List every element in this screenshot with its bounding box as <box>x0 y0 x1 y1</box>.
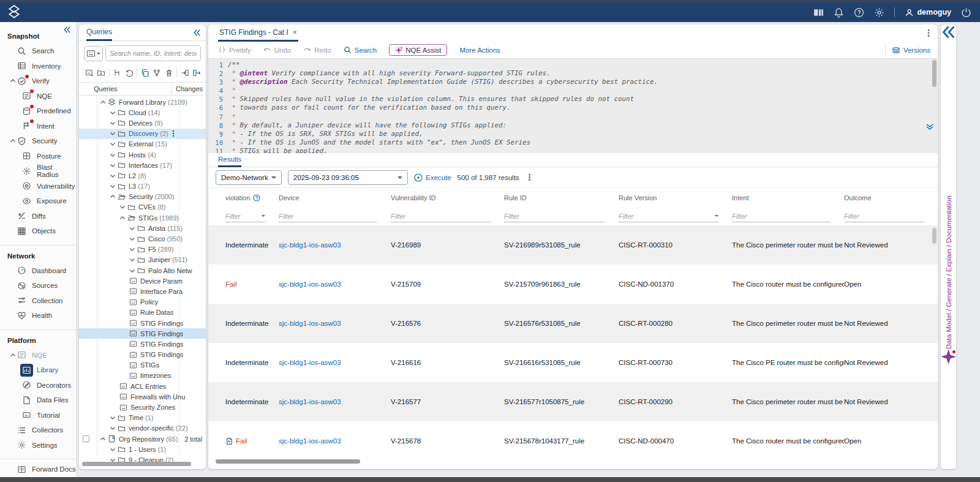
sidebar-item-predefined[interactable]: Predefined <box>0 104 76 119</box>
table-vertical-scrollbar[interactable] <box>932 228 937 244</box>
compare-button[interactable] <box>152 67 162 78</box>
caret-down-icon[interactable] <box>110 120 116 126</box>
sidebar-collapse-icon[interactable] <box>63 26 71 34</box>
sidebar-item-tutorial[interactable]: Tutorial <box>0 408 76 423</box>
sidebar-item-diffs[interactable]: Diffs <box>0 209 76 224</box>
tab-stig-findings-cat1[interactable]: STIG Findings - Cat I × <box>218 24 298 42</box>
data-model-rail-label[interactable]: Data Model / Generate / Explain / Docume… <box>945 40 952 349</box>
tree-item-forward-library[interactable]: Forward Library(2109) <box>79 97 206 107</box>
filter-input-violation[interactable]: Filter <box>225 210 265 222</box>
new-folder-button[interactable] <box>96 67 106 78</box>
sidebar-item-sources[interactable]: Sources <box>0 278 76 293</box>
duplicate-button[interactable] <box>140 67 150 78</box>
column-header-outcome[interactable]: Outcome <box>844 194 938 201</box>
redo-button[interactable]: Redo <box>303 46 331 54</box>
sidebar-item-security[interactable]: Security <box>0 134 76 149</box>
tree-item-vendor-specific[interactable]: vendor-specific(22) <box>79 423 206 434</box>
gear-icon[interactable] <box>874 7 884 18</box>
sidebar-item-nqe[interactable]: NQE <box>0 89 76 104</box>
snapshot-select[interactable]: 2025-09-23 09:36:05 <box>288 170 408 185</box>
sidebar-item-settings[interactable]: Settings <box>0 438 76 453</box>
column-header-violation[interactable]: violation <box>225 194 279 201</box>
tree-item-palo-alto-netw[interactable]: Palo Alto Netw <box>79 265 206 276</box>
sidebar-item-nqe[interactable]: NQE <box>0 348 76 363</box>
tree-item-cves[interactable]: CVEs(8) <box>79 202 206 213</box>
sidebar-item-blast-radius[interactable]: Blast Radius <box>0 164 76 179</box>
column-header-rule-id[interactable]: Rule ID <box>504 194 619 201</box>
chevron-down-icon[interactable] <box>715 215 718 219</box>
tree-item-policy[interactable]: Policy <box>79 297 206 307</box>
sidebar-item-collection[interactable]: Collection <box>0 293 76 309</box>
tree-item-cloud[interactable]: Cloud(14) <box>79 107 206 118</box>
tree-horizontal-scrollbar[interactable] <box>82 462 191 466</box>
tree-item-stig-findings[interactable]: STIG Findings <box>79 350 206 360</box>
sidebar-item-exposure[interactable]: Exposure <box>0 194 76 209</box>
tree-item-stig-findings[interactable]: STIG Findings <box>79 339 206 349</box>
caret-up-icon[interactable] <box>100 436 106 442</box>
queries-search-input[interactable] <box>105 45 201 61</box>
caret-down-icon[interactable] <box>129 257 135 263</box>
caret-down-icon[interactable] <box>129 225 135 232</box>
caret-down-icon[interactable] <box>110 110 116 116</box>
editor-vertical-scrollbar[interactable] <box>932 60 937 87</box>
help-icon[interactable] <box>854 7 864 18</box>
queries-collapse-icon[interactable] <box>193 29 201 37</box>
column-header-intent[interactable]: Intent <box>732 194 844 201</box>
caret-down-icon[interactable] <box>110 162 116 168</box>
sidebar-item-intent[interactable]: Intent <box>0 119 76 134</box>
caret-up-icon[interactable] <box>100 99 106 105</box>
tree-item-stig-findings[interactable]: STIG Findings <box>79 318 206 328</box>
caret-down-icon[interactable] <box>110 152 116 158</box>
table-row[interactable]: Failsjc-bldg1-ios-asw03V-215709SV-215709… <box>208 265 938 304</box>
device-link[interactable]: sjc-bldg1-ios-asw03 <box>279 320 391 327</box>
caret-down-icon[interactable] <box>110 446 116 453</box>
more-actions-button[interactable]: More Actions <box>459 47 500 54</box>
caret-up-icon[interactable] <box>10 78 16 84</box>
undo-button[interactable]: Undo <box>263 46 292 54</box>
columns-icon[interactable] <box>813 7 824 18</box>
item-menu-icon[interactable] <box>170 130 177 137</box>
network-select[interactable]: Demo-Network <box>216 170 282 185</box>
caret-down-icon[interactable] <box>110 130 116 137</box>
caret-up-icon[interactable] <box>10 138 16 144</box>
new-query-button[interactable] <box>84 67 94 78</box>
caret-down-icon[interactable] <box>110 141 116 147</box>
rename-button[interactable] <box>112 67 123 78</box>
delete-button[interactable] <box>164 67 174 78</box>
editor-expand-icon[interactable] <box>925 122 934 131</box>
tree-item-devices[interactable]: Devices(9) <box>79 118 206 128</box>
caret-down-icon[interactable] <box>129 236 135 242</box>
tree-item-discovery[interactable]: Discovery(2) <box>79 129 206 139</box>
tree-item-interfaces[interactable]: Interfaces(17) <box>79 160 206 170</box>
tree-item-l3[interactable]: L3(17) <box>79 181 206 192</box>
tree-item-juniper[interactable]: Juniper(511) <box>79 255 206 265</box>
caret-down-icon[interactable] <box>129 246 135 252</box>
tab-results[interactable]: Results <box>218 153 241 167</box>
tab-close-icon[interactable]: × <box>293 28 297 37</box>
device-link[interactable]: sjc-bldg1-ios-asw03 <box>279 241 391 249</box>
sidebar-item-verify[interactable]: Verify <box>0 73 76 89</box>
tree-item-hosts[interactable]: Hosts(4) <box>79 149 206 160</box>
remediation-doc-icon[interactable] <box>225 437 233 445</box>
tree-item-firewalls-with-unu[interactable]: Firewalls with Unu <box>79 391 206 402</box>
column-header-rule-version[interactable]: Rule Version <box>619 194 732 201</box>
tab-queries[interactable]: Queries <box>86 24 112 41</box>
bell-icon[interactable] <box>834 7 844 18</box>
device-link[interactable]: sjc-bldg1-ios-asw03 <box>279 359 391 366</box>
tree-item-device-param[interactable]: Device Param <box>79 276 206 286</box>
caret-up-icon[interactable] <box>110 194 116 200</box>
tree-item-security[interactable]: Security(2000) <box>79 192 206 202</box>
filter-input-device[interactable]: Filter <box>279 210 377 222</box>
tree-item-interface-para[interactable]: Interface Para <box>79 286 206 296</box>
results-menu-icon[interactable] <box>526 173 533 181</box>
caret-down-icon[interactable] <box>110 415 116 421</box>
tree-item-l2[interactable]: L2(8) <box>79 170 206 181</box>
tree-item-timezones[interactable]: timezones <box>79 371 206 381</box>
filter-input-intent[interactable]: Filter <box>732 210 831 222</box>
caret-down-icon[interactable] <box>129 268 135 274</box>
column-header-device[interactable]: Device <box>279 194 391 201</box>
tree-item-stig-findings[interactable]: STIG Findings <box>79 328 206 339</box>
sidebar-item-objects[interactable]: Objects <box>0 224 76 239</box>
caret-down-icon[interactable] <box>119 204 126 210</box>
caret-up-icon[interactable] <box>119 215 126 221</box>
